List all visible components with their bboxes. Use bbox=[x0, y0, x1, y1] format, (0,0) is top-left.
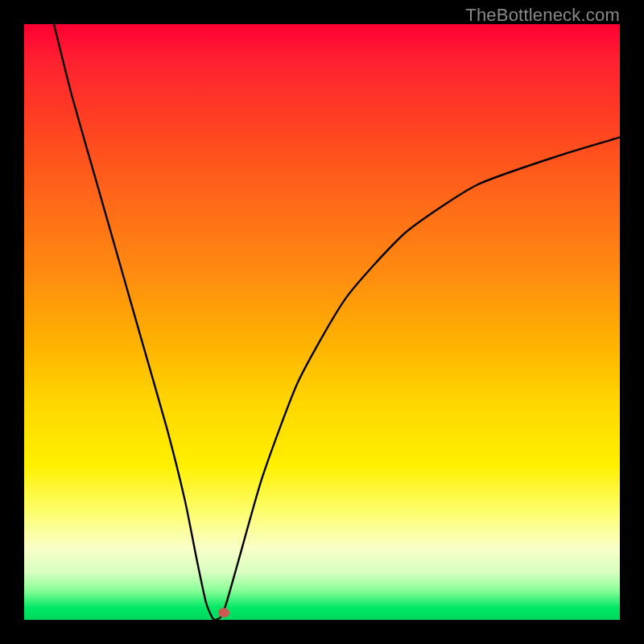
plot-area bbox=[24, 24, 620, 620]
bottleneck-curve bbox=[54, 24, 620, 620]
optimal-point-marker bbox=[218, 608, 229, 617]
watermark-text: TheBottleneck.com bbox=[465, 5, 620, 26]
chart-frame: TheBottleneck.com bbox=[0, 0, 644, 644]
curve-svg bbox=[24, 24, 620, 620]
